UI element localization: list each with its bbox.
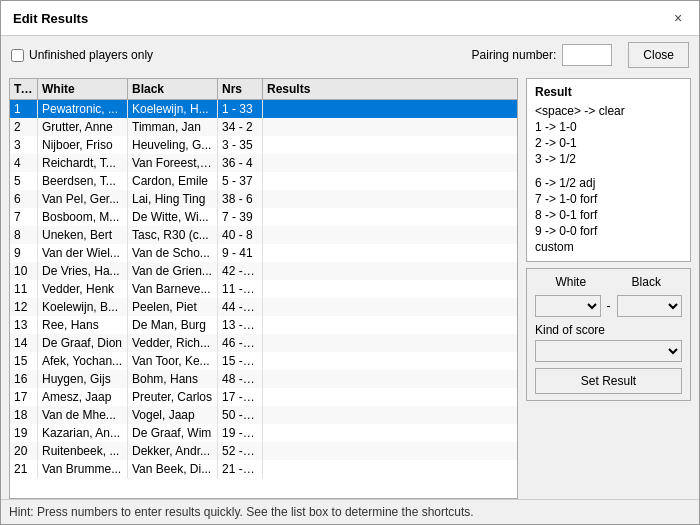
- td-nrs: 36 - 4: [218, 154, 263, 172]
- table-row[interactable]: 6 Van Pel, Ger... Lai, Hing Ting 38 - 6: [10, 190, 517, 208]
- td-black: Van Foreest, ...: [128, 154, 218, 172]
- td-nrs: 13 - 45: [218, 316, 263, 334]
- table-row[interactable]: 15 Afek, Yochan... Van Toor, Ke... 15 - …: [10, 352, 517, 370]
- unfinished-label: Unfinished players only: [29, 48, 153, 62]
- td-results: [263, 298, 517, 316]
- td-white: Beerdsen, T...: [38, 172, 128, 190]
- close-button[interactable]: Close: [628, 42, 689, 68]
- table-row[interactable]: 19 Kazarian, An... De Graaf, Wim 19 - 51: [10, 424, 517, 442]
- td-white: Bosboom, M...: [38, 208, 128, 226]
- result-item[interactable]: 8 -> 0-1 forf: [535, 207, 682, 223]
- td-results: [263, 262, 517, 280]
- dialog-title: Edit Results: [13, 11, 88, 26]
- table-row[interactable]: 1 Pewatronic, ... Koelewijn, H... 1 - 33: [10, 100, 517, 118]
- table-row[interactable]: 16 Huygen, Gijs Bohm, Hans 48 - 16: [10, 370, 517, 388]
- table-row[interactable]: 18 Van de Mhe... Vogel, Jaap 50 - 18: [10, 406, 517, 424]
- td-id: 11: [10, 280, 38, 298]
- td-id: 4: [10, 154, 38, 172]
- td-white: Huygen, Gijs: [38, 370, 128, 388]
- result-item[interactable]: 2 -> 0-1: [535, 135, 682, 151]
- table-row[interactable]: 5 Beerdsen, T... Cardon, Emile 5 - 37: [10, 172, 517, 190]
- table-row[interactable]: 7 Bosboom, M... De Witte, Wi... 7 - 39: [10, 208, 517, 226]
- td-white: Pewatronic, ...: [38, 100, 128, 118]
- table-row[interactable]: 11 Vedder, Henk Van Barneve... 11 - 43: [10, 280, 517, 298]
- td-id: 13: [10, 316, 38, 334]
- td-black: Van Beek, Di...: [128, 460, 218, 478]
- td-black: De Witte, Wi...: [128, 208, 218, 226]
- td-nrs: 15 - 47: [218, 352, 263, 370]
- td-black: Vogel, Jaap: [128, 406, 218, 424]
- td-id: 9: [10, 244, 38, 262]
- kind-of-score-label: Kind of score: [535, 323, 682, 337]
- black-label: Black: [611, 275, 683, 289]
- td-results: [263, 154, 517, 172]
- table-row[interactable]: 14 De Graaf, Dion Vedder, Rich... 46 - 1…: [10, 334, 517, 352]
- td-white: Kazarian, An...: [38, 424, 128, 442]
- td-black: De Graaf, Wim: [128, 424, 218, 442]
- td-black: Van Toor, Ke...: [128, 352, 218, 370]
- td-black: Cardon, Emile: [128, 172, 218, 190]
- unfinished-checkbox[interactable]: [11, 49, 24, 62]
- table-row[interactable]: 17 Amesz, Jaap Preuter, Carlos 17 - 49: [10, 388, 517, 406]
- table-row[interactable]: 13 Ree, Hans De Man, Burg 13 - 45: [10, 316, 517, 334]
- td-nrs: 1 - 33: [218, 100, 263, 118]
- td-id: 20: [10, 442, 38, 460]
- table-row[interactable]: 20 Ruitenbeek, ... Dekker, Andr... 52 - …: [10, 442, 517, 460]
- td-results: [263, 208, 517, 226]
- td-black: Heuveling, G...: [128, 136, 218, 154]
- td-results: [263, 244, 517, 262]
- td-id: 5: [10, 172, 38, 190]
- result-item[interactable]: 7 -> 1-0 forf: [535, 191, 682, 207]
- table-row[interactable]: 4 Reichardt, T... Van Foreest, ... 36 - …: [10, 154, 517, 172]
- kind-of-score-select[interactable]: [535, 340, 682, 362]
- col-white: White: [38, 79, 128, 99]
- result-item[interactable]: <space> -> clear: [535, 103, 682, 119]
- td-nrs: 42 - 10: [218, 262, 263, 280]
- td-black: Lai, Hing Ting: [128, 190, 218, 208]
- td-black: Van Barneve...: [128, 280, 218, 298]
- hint-bar: Hint: Press numbers to enter results qui…: [1, 499, 699, 524]
- result-item[interactable]: 1 -> 1-0: [535, 119, 682, 135]
- black-select[interactable]: [617, 295, 683, 317]
- td-id: 15: [10, 352, 38, 370]
- white-black-row: White Black: [535, 275, 682, 289]
- td-black: Koelewijn, H...: [128, 100, 218, 118]
- td-id: 7: [10, 208, 38, 226]
- td-results: [263, 280, 517, 298]
- td-id: 1: [10, 100, 38, 118]
- td-black: Vedder, Rich...: [128, 334, 218, 352]
- unfinished-checkbox-label[interactable]: Unfinished players only: [11, 48, 153, 62]
- white-select[interactable]: [535, 295, 601, 317]
- table-row[interactable]: 12 Koelewijn, B... Peelen, Piet 44 - 12: [10, 298, 517, 316]
- result-box: Result <space> -> clear1 -> 1-02 -> 0-13…: [526, 78, 691, 262]
- td-black: Timman, Jan: [128, 118, 218, 136]
- td-white: De Vries, Ha...: [38, 262, 128, 280]
- pairing-number-input[interactable]: [562, 44, 612, 66]
- td-black: Van de Grien...: [128, 262, 218, 280]
- result-item[interactable]: 9 -> 0-0 forf: [535, 223, 682, 239]
- pairing-number-label: Pairing number:: [472, 48, 557, 62]
- table-row[interactable]: 3 Nijboer, Friso Heuveling, G... 3 - 35: [10, 136, 517, 154]
- white-black-selects: -: [535, 295, 682, 317]
- result-item[interactable]: 3 -> 1/2: [535, 151, 682, 167]
- col-results: Results: [263, 79, 517, 99]
- table-row[interactable]: 10 De Vries, Ha... Van de Grien... 42 - …: [10, 262, 517, 280]
- white-label: White: [535, 275, 607, 289]
- table-row[interactable]: 8 Uneken, Bert Tasc, R30 (c... 40 - 8: [10, 226, 517, 244]
- set-result-button[interactable]: Set Result: [535, 368, 682, 394]
- table-row[interactable]: 2 Grutter, Anne Timman, Jan 34 - 2: [10, 118, 517, 136]
- table-row[interactable]: 21 Van Brumme... Van Beek, Di... 21 - 53: [10, 460, 517, 478]
- result-item[interactable]: custom: [535, 239, 682, 255]
- td-nrs: 3 - 35: [218, 136, 263, 154]
- result-item[interactable]: 6 -> 1/2 adj: [535, 175, 682, 191]
- td-results: [263, 460, 517, 478]
- close-x-button[interactable]: ×: [669, 9, 687, 27]
- td-white: Van Pel, Ger...: [38, 190, 128, 208]
- td-black: Peelen, Piet: [128, 298, 218, 316]
- td-results: [263, 352, 517, 370]
- table-row[interactable]: 9 Van der Wiel... Van de Scho... 9 - 41: [10, 244, 517, 262]
- td-nrs: 19 - 51: [218, 424, 263, 442]
- result-spacer: [535, 167, 682, 175]
- td-white: Reichardt, T...: [38, 154, 128, 172]
- td-results: [263, 370, 517, 388]
